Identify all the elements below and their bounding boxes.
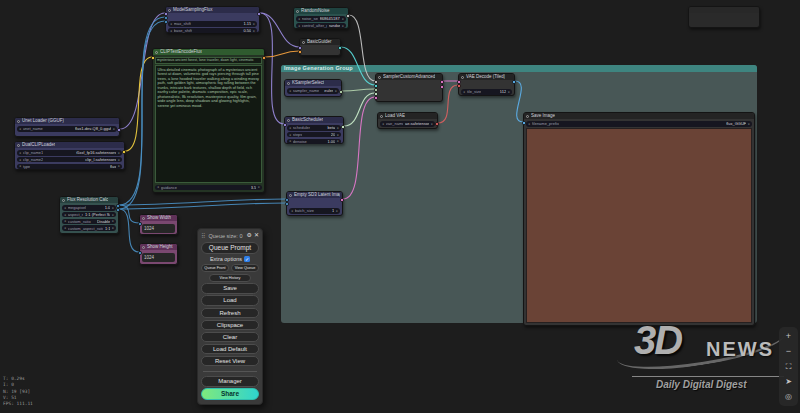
flux-resolution-calc-aspect_ratio-widget[interactable]: ◂aspect_ratio1:1 (Perfect Square)▸	[62, 212, 116, 218]
decrement-arrow-icon[interactable]: ◂	[463, 90, 465, 94]
reset-view-button[interactable]: Reset View	[201, 356, 259, 367]
input-dot[interactable]	[374, 92, 377, 95]
decrement-arrow-icon[interactable]: ◂	[289, 133, 291, 137]
increment-arrow-icon[interactable]: ▸	[253, 29, 255, 33]
zoom-out-icon[interactable]: −	[781, 345, 796, 358]
input-dot[interactable]	[164, 16, 167, 19]
collapse-dot-icon[interactable]	[62, 199, 65, 202]
output-dot[interactable]	[341, 125, 344, 128]
collapse-dot-icon[interactable]	[461, 76, 464, 79]
queue-front-button[interactable]: Queue Front	[201, 264, 229, 272]
collapse-dot-icon[interactable]	[17, 120, 20, 123]
toggle-visibility-icon[interactable]: ◎	[781, 390, 796, 403]
decrement-arrow-icon[interactable]: ◂	[298, 17, 300, 21]
clip-text-encode-flux-guidance-widget[interactable]: ◂guidance3.5▸	[155, 185, 262, 191]
save-button[interactable]: Save	[201, 283, 259, 294]
output-dot[interactable]	[340, 198, 343, 201]
decrement-arrow-icon[interactable]: ◂	[64, 219, 66, 223]
decrement-arrow-icon[interactable]: ◂	[528, 122, 530, 126]
basic-scheduler-denoise-widget[interactable]: ◂denoise1.00▸	[287, 139, 341, 145]
save-image-filename_prefix-widget[interactable]: ◂filename_prefixflux_GGUF▸	[526, 121, 752, 127]
ksampler-select-sampler_name-widget[interactable]: ◂sampler_nameeuler▸	[287, 88, 339, 94]
collapse-dot-icon[interactable]	[526, 115, 529, 118]
input-dot[interactable]	[151, 56, 154, 59]
input-dot[interactable]	[285, 202, 288, 205]
collapse-dot-icon[interactable]	[380, 115, 383, 118]
queue-prompt-button[interactable]: Queue Prompt	[201, 242, 259, 254]
basic-guider[interactable]: BasicGuider	[299, 38, 341, 56]
input-dot[interactable]	[164, 12, 167, 15]
extra-options-checkbox[interactable]: ✓	[244, 256, 250, 262]
decrement-arrow-icon[interactable]: ◂	[64, 213, 66, 217]
basic-scheduler-scheduler-widget[interactable]: ◂schedulerbeta▸	[287, 125, 341, 131]
generated-image-preview[interactable]	[526, 128, 752, 323]
decrement-arrow-icon[interactable]: ◂	[170, 22, 172, 26]
output-dot[interactable]	[116, 208, 119, 211]
vae-decode-tiled[interactable]: VAE Decode (Tiled)◂tile_size512▸	[458, 73, 515, 96]
clip-text-encode-flux[interactable]: CLIPTextEncodeFluxmysterious ancient for…	[152, 48, 265, 193]
drag-handle-icon[interactable]: ⠿	[201, 232, 204, 239]
clipspace-button[interactable]: Clipspace	[201, 320, 259, 331]
view-queue-button[interactable]: View Queue	[231, 264, 259, 272]
increment-arrow-icon[interactable]: ▸	[118, 151, 120, 155]
unet-loader-gguf-unet_name-widget[interactable]: ◂unet_nameflux1-dev-Q8_0.gguf▸	[17, 126, 117, 132]
gear-icon[interactable]: ⚙	[247, 231, 252, 240]
show-width[interactable]: Show Width1024	[139, 214, 178, 235]
increment-arrow-icon[interactable]: ▸	[112, 219, 114, 223]
wire[interactable]	[125, 57, 152, 151]
increment-arrow-icon[interactable]: ▸	[748, 122, 750, 126]
save-image[interactable]: Save Image◂filename_prefixflux_GGUF▸	[523, 112, 755, 326]
output-dot[interactable]	[440, 85, 443, 88]
input-dot[interactable]	[374, 88, 377, 91]
output-dot[interactable]	[338, 46, 341, 49]
output-dot[interactable]	[257, 12, 260, 15]
input-dot[interactable]	[457, 80, 460, 83]
random-noise-control_after_generate-widget[interactable]: ◂control_after_generaterandomize▸	[296, 23, 346, 29]
collapse-dot-icon[interactable]	[287, 82, 290, 85]
decrement-arrow-icon[interactable]: ◂	[19, 127, 21, 131]
input-dot[interactable]	[374, 96, 377, 99]
output-dot[interactable]	[122, 150, 125, 153]
increment-arrow-icon[interactable]: ▸	[113, 127, 115, 131]
decrement-arrow-icon[interactable]: ◂	[19, 164, 21, 168]
increment-arrow-icon[interactable]: ▸	[118, 164, 120, 168]
input-dot[interactable]	[374, 84, 377, 87]
increment-arrow-icon[interactable]: ▸	[112, 226, 114, 230]
decrement-arrow-icon[interactable]: ◂	[289, 89, 291, 93]
decrement-arrow-icon[interactable]: ◂	[64, 206, 66, 210]
increment-arrow-icon[interactable]: ▸	[258, 185, 260, 189]
empty-sd3-latent-image-batch_size-widget[interactable]: ◂batch_size1▸	[289, 208, 340, 214]
input-dot[interactable]	[298, 50, 301, 53]
load-vae-vae_name-widget[interactable]: ◂vae_nameae.safetensors▸	[380, 121, 435, 127]
load-vae[interactable]: Load VAE◂vae_nameae.safetensors▸	[377, 112, 438, 129]
basic-scheduler-steps-widget[interactable]: ◂steps20▸	[287, 132, 341, 138]
show-height[interactable]: Show Height1024	[139, 243, 178, 265]
comfyui-menu-panel[interactable]: ⠿ Queue size: 0 ⚙ ✕ Queue Prompt Extra o…	[197, 228, 263, 405]
collapse-dot-icon[interactable]	[17, 144, 20, 147]
random-noise[interactable]: RandomNoise◂noise_seed868645187784▸◂cont…	[293, 7, 349, 29]
increment-arrow-icon[interactable]: ▸	[335, 89, 337, 93]
increment-arrow-icon[interactable]: ▸	[118, 158, 120, 162]
increment-arrow-icon[interactable]: ▸	[337, 126, 339, 130]
decrement-arrow-icon[interactable]: ◂	[382, 122, 384, 126]
output-dot[interactable]	[512, 80, 515, 83]
output-dot[interactable]	[440, 80, 443, 83]
input-dot[interactable]	[285, 198, 288, 201]
group-header[interactable]: Image Generation Group	[281, 65, 757, 72]
model-sampling-flux-base_shift-widget[interactable]: ◂base_shift0.50▸	[168, 28, 257, 34]
increment-arrow-icon[interactable]: ▸	[508, 90, 510, 94]
increment-arrow-icon[interactable]: ▸	[112, 213, 114, 217]
input-dot[interactable]	[138, 222, 141, 225]
collapse-dot-icon[interactable]	[302, 41, 305, 44]
collapse-dot-icon[interactable]	[168, 9, 171, 12]
collapse-dot-icon[interactable]	[378, 76, 381, 79]
flux-resolution-calc-megapixel-widget[interactable]: ◂megapixel1.0▸	[62, 205, 116, 211]
increment-arrow-icon[interactable]: ▸	[337, 139, 339, 143]
decrement-arrow-icon[interactable]: ◂	[170, 29, 172, 33]
wire[interactable]	[119, 203, 286, 209]
increment-arrow-icon[interactable]: ▸	[253, 22, 255, 26]
zoom-in-icon[interactable]: +	[781, 330, 796, 343]
decrement-arrow-icon[interactable]: ◂	[289, 126, 291, 130]
input-dot[interactable]	[374, 80, 377, 83]
output-dot[interactable]	[346, 14, 349, 17]
